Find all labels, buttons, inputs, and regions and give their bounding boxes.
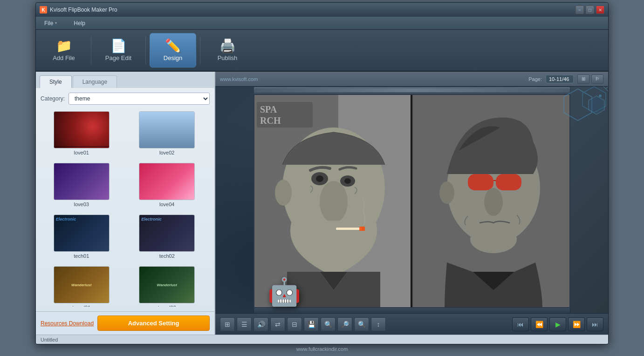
toolbar: 📁 Add File 📄 Page Edit ✏️ Design 🖨️ Publ… [36, 30, 608, 72]
theme-item-love01[interactable]: love01 [41, 109, 123, 157]
maximize-button[interactable]: □ [586, 6, 594, 14]
theme-name-travel01: travel01 [72, 305, 90, 307]
ctrl-auto-btn[interactable]: ⇄ [270, 317, 285, 331]
ctrl-zoomin-btn[interactable]: 🔍 [321, 317, 336, 331]
nav-last-button[interactable]: ⏭ [587, 317, 603, 331]
status-bar: Untitled [36, 335, 608, 344]
ctrl-fit-btn[interactable]: ↕ [371, 317, 386, 331]
category-select[interactable]: theme business nature wedding [69, 93, 210, 105]
svg-text:RCH: RCH [260, 115, 281, 126]
theme-item-tech01[interactable]: Electronic tech01 [41, 213, 123, 261]
svg-point-29 [470, 225, 517, 253]
page-input[interactable] [546, 75, 574, 83]
resources-download-link[interactable]: Resources Download [41, 320, 94, 327]
svg-point-13 [320, 181, 348, 223]
app-icon: K [40, 6, 47, 13]
theme-item-love03[interactable]: love03 [41, 161, 123, 209]
svg-rect-25 [468, 174, 493, 190]
theme-thumb-love02 [139, 111, 195, 148]
flipbook-area: SPARCH SPA [215, 87, 608, 313]
theme-grid: love01 love02 love03 [41, 109, 210, 307]
viewer-fullscreen-btn[interactable]: ⊞ [577, 74, 589, 84]
panel-tabs: Style Language [36, 72, 214, 88]
theme-thumb-love04 [139, 163, 195, 200]
main-view: www.kvisoft.com Page: ⊞ 🏳 [215, 72, 608, 335]
theme-name-travel02: travel02 [158, 305, 176, 307]
svg-point-16 [316, 175, 323, 182]
viewer-right-controls: ⊞ 🏳 [577, 74, 603, 84]
ctrl-audio-btn[interactable]: 🔊 [253, 317, 268, 331]
theme-name-tech01: tech01 [74, 253, 89, 259]
app-title: Kvisoft FlipBook Maker Pro [50, 7, 117, 13]
theme-item-travel01[interactable]: Wanderlust travel01 [41, 264, 123, 307]
panel-footer: Resources Download Advanced Setting [36, 311, 214, 335]
add-file-button[interactable]: 📁 Add File [41, 33, 87, 67]
caricature-right-svg [412, 95, 569, 308]
theme-item-travel02[interactable]: Wanderlust travel02 [126, 264, 208, 307]
tab-language[interactable]: Language [73, 75, 117, 88]
category-label: Category: [41, 95, 65, 102]
publish-button[interactable]: 🖨️ Publish [204, 33, 251, 67]
theme-item-tech02[interactable]: Electronic tech02 [126, 213, 208, 261]
title-bar-left: K Kvisoft FlipBook Maker Pro [40, 6, 117, 13]
svg-rect-21 [359, 227, 365, 231]
svg-text:SPA: SPA [260, 104, 277, 114]
viewer-flag-btn[interactable]: 🏳 [591, 74, 603, 84]
theme-item-love04[interactable]: love04 [126, 161, 208, 209]
book-pages: SPARCH SPA [253, 94, 570, 308]
book-page-right [412, 95, 569, 308]
svg-rect-26 [496, 174, 521, 190]
nav-play-button[interactable]: ▶ [549, 317, 566, 331]
caricature-left-svg: SPA RCH [254, 95, 411, 308]
design-icon: ✏️ [165, 40, 181, 53]
theme-name-love03: love03 [74, 202, 89, 207]
bottom-watermark: www.fullcrackindir.com [295, 344, 350, 354]
close-button[interactable]: ✕ [596, 6, 604, 14]
ctrl-thumb-btn[interactable]: ⊟ [287, 317, 302, 331]
nav-prev-fast-button[interactable]: ⏪ [531, 317, 548, 331]
title-bar-controls: − □ ✕ [575, 6, 604, 14]
toolbar-divider-2 [145, 36, 146, 64]
ctrl-pages-btn[interactable]: ⊞ [220, 317, 235, 331]
main-window: K Kvisoft FlipBook Maker Pro − □ ✕ File … [35, 2, 609, 344]
theme-item-love02[interactable]: love02 [126, 109, 208, 157]
svg-point-30 [439, 181, 454, 204]
theme-name-love02: love02 [159, 150, 174, 155]
book-wrapper: SPARCH SPA [253, 87, 570, 313]
ctrl-list-btn[interactable]: ☰ [237, 317, 252, 331]
svg-rect-20 [336, 228, 362, 230]
file-menu-arrow: ▾ [55, 21, 57, 25]
left-panel: Style Language Category: theme business … [36, 72, 215, 335]
theme-thumb-tech02: Electronic [139, 215, 195, 252]
tab-style[interactable]: Style [40, 75, 72, 88]
theme-thumb-love01 [54, 111, 110, 148]
category-row: Category: theme business nature wedding [41, 93, 210, 105]
page-label: Page: [528, 76, 542, 82]
ctrl-search-btn[interactable]: 🔍 [354, 317, 369, 331]
bottom-controls: ⊞ ☰ 🔊 ⇄ ⊟ 💾 🔍 🔎 🔍 ↕ ⏮ ⏪ ▶ ⏩ ⏭ [215, 313, 608, 335]
minimize-button[interactable]: − [575, 6, 584, 14]
page-right-canvas [412, 95, 569, 308]
toolbar-divider-1 [91, 36, 91, 64]
viewer-url: www.kvisoft.com [220, 76, 258, 82]
nav-first-button[interactable]: ⏮ [512, 317, 529, 331]
menu-file[interactable]: File ▾ [41, 19, 61, 28]
page-edit-button[interactable]: 📄 Page Edit [95, 33, 142, 67]
ctrl-save-btn[interactable]: 💾 [304, 317, 319, 331]
book-page-left: SPARCH SPA [254, 95, 412, 308]
menu-help[interactable]: Help [70, 19, 89, 28]
ctrl-zoomout-btn[interactable]: 🔎 [337, 317, 352, 331]
panel-content: Category: theme business nature wedding [36, 88, 214, 311]
svg-point-17 [344, 178, 351, 184]
book-binding-top [253, 87, 570, 94]
title-bar: K Kvisoft FlipBook Maker Pro − □ ✕ [36, 3, 608, 17]
theme-name-love01: love01 [74, 150, 89, 155]
page-left-canvas: SPARCH SPA [254, 95, 411, 308]
svg-point-18 [275, 180, 292, 206]
book-spine [411, 95, 413, 307]
design-button[interactable]: ✏️ Design [150, 33, 196, 67]
status-text: Untitled [41, 337, 58, 343]
advanced-setting-button[interactable]: Advanced Setting [97, 316, 210, 331]
nav-next-fast-button[interactable]: ⏩ [568, 317, 585, 331]
page-edit-icon: 📄 [110, 40, 127, 53]
